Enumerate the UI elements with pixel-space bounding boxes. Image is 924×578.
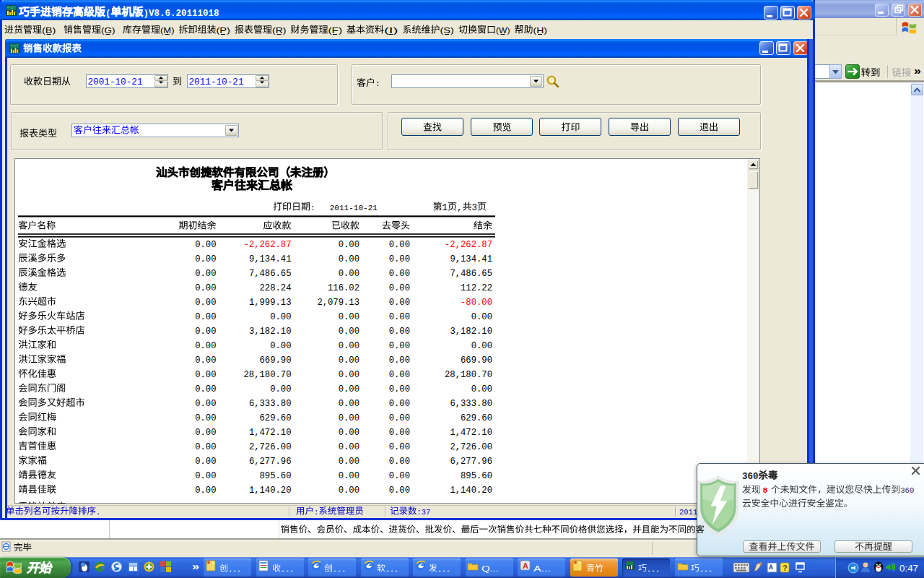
svg-text:0.00: 0.00 xyxy=(195,428,216,438)
svg-text:(M): (M) xyxy=(160,26,175,35)
svg-text:0.00: 0.00 xyxy=(195,486,216,496)
svg-text:0.00: 0.00 xyxy=(270,312,291,322)
svg-text:0.00: 0.00 xyxy=(339,384,359,394)
svg-text:0.00: 0.00 xyxy=(339,442,359,452)
svg-text::37: :37 xyxy=(417,508,431,517)
svg-text:»: » xyxy=(192,560,199,572)
svg-text:8: 8 xyxy=(763,486,768,496)
svg-text:1,140.20: 1,140.20 xyxy=(450,486,492,496)
svg-text:7,486.65: 7,486.65 xyxy=(249,269,292,279)
svg-text:(W): (W) xyxy=(496,26,510,35)
svg-text:0.00: 0.00 xyxy=(195,413,216,423)
svg-text:0.00: 0.00 xyxy=(195,254,216,264)
svg-text:116.02: 116.02 xyxy=(328,283,359,293)
svg-text:228.24: 228.24 xyxy=(260,283,292,293)
svg-text:0.00: 0.00 xyxy=(389,399,410,409)
svg-text:0.00: 0.00 xyxy=(339,327,359,337)
svg-text:0.00: 0.00 xyxy=(471,312,492,322)
svg-text:0.00: 0.00 xyxy=(339,240,359,250)
svg-text:6,277.96: 6,277.96 xyxy=(249,457,292,467)
svg-text:2011-10-21: 2011-10-21 xyxy=(189,77,244,87)
svg-text:(B): (B) xyxy=(42,26,56,35)
svg-text:0.00: 0.00 xyxy=(389,312,410,322)
svg-text:(R): (R) xyxy=(272,26,287,35)
svg-text:0.00: 0.00 xyxy=(389,384,410,394)
svg-text:(F): (F) xyxy=(328,26,343,35)
svg-text:,: , xyxy=(457,203,463,213)
svg-text:629.60: 629.60 xyxy=(260,413,292,423)
svg-text:895.60: 895.60 xyxy=(461,471,492,481)
svg-text:0.00: 0.00 xyxy=(339,413,359,423)
svg-text:0.00: 0.00 xyxy=(339,457,359,467)
svg-text:669.90: 669.90 xyxy=(461,355,492,366)
svg-text:1: 1 xyxy=(443,203,448,213)
svg-text:629.60: 629.60 xyxy=(461,413,492,423)
svg-text:0.00: 0.00 xyxy=(389,327,410,337)
svg-text:2011-10-21: 2011-10-21 xyxy=(330,204,378,212)
svg-text:Q...: Q... xyxy=(481,564,499,573)
svg-text:?: ? xyxy=(783,564,788,572)
svg-text:0.00: 0.00 xyxy=(339,370,359,380)
svg-text:-2,262.87: -2,262.87 xyxy=(445,240,492,250)
svg-text:A...: A... xyxy=(533,564,551,573)
svg-text:(P): (P) xyxy=(217,26,231,35)
svg-text:...: ... xyxy=(281,564,294,573)
svg-text:0.00: 0.00 xyxy=(195,370,216,380)
svg-text:.: . xyxy=(96,508,100,517)
svg-text::: : xyxy=(375,79,380,88)
svg-text:...: ... xyxy=(437,564,450,573)
svg-text:»: » xyxy=(914,64,921,77)
svg-text:0.00: 0.00 xyxy=(195,298,216,308)
svg-text:0.00: 0.00 xyxy=(339,341,359,351)
svg-text:2,726.00: 2,726.00 xyxy=(450,442,492,452)
svg-text:0.00: 0.00 xyxy=(389,341,410,351)
svg-text:9,134.41: 9,134.41 xyxy=(450,254,492,264)
svg-text:6,333.80: 6,333.80 xyxy=(249,399,292,409)
svg-text:...: ... xyxy=(385,564,398,573)
svg-text:2011: 2011 xyxy=(679,508,697,517)
svg-text:0.00: 0.00 xyxy=(389,254,410,264)
svg-text:112.22: 112.22 xyxy=(461,283,492,293)
svg-text:0.00: 0.00 xyxy=(195,341,216,351)
svg-text:0.00: 0.00 xyxy=(389,298,410,308)
svg-text:0.00: 0.00 xyxy=(389,428,410,438)
svg-text:0.00: 0.00 xyxy=(339,254,359,264)
svg-text:3,182.10: 3,182.10 xyxy=(450,327,492,337)
svg-text:0.00: 0.00 xyxy=(389,370,410,380)
svg-text:0.00: 0.00 xyxy=(389,471,410,481)
svg-text:...: ... xyxy=(647,564,660,573)
svg-text:3: 3 xyxy=(472,203,478,213)
svg-text:0.00: 0.00 xyxy=(339,471,359,481)
svg-text:0.00: 0.00 xyxy=(389,442,410,452)
svg-text:28,180.70: 28,180.70 xyxy=(244,370,292,380)
svg-text:0.00: 0.00 xyxy=(339,486,359,496)
svg-text:1,472.10: 1,472.10 xyxy=(450,428,492,438)
svg-text:2,079.13: 2,079.13 xyxy=(317,298,359,308)
svg-text:(: ( xyxy=(105,9,111,19)
svg-text:2001-10-21: 2001-10-21 xyxy=(88,77,143,87)
svg-text:0.00: 0.00 xyxy=(195,471,216,481)
svg-text:6,333.80: 6,333.80 xyxy=(450,399,492,409)
svg-text::: : xyxy=(314,508,318,517)
svg-text:0.00: 0.00 xyxy=(195,399,216,409)
svg-text:0.00: 0.00 xyxy=(471,341,492,351)
svg-text:0.00: 0.00 xyxy=(339,399,359,409)
svg-text:28,180.70: 28,180.70 xyxy=(445,370,492,380)
svg-text:(S): (S) xyxy=(440,26,455,35)
svg-text:0.00: 0.00 xyxy=(195,327,216,337)
svg-text:2,726.00: 2,726.00 xyxy=(249,442,292,452)
svg-text:0.00: 0.00 xyxy=(339,269,359,279)
svg-text:...: ... xyxy=(333,564,346,573)
svg-text:-2,262.87: -2,262.87 xyxy=(244,240,292,250)
svg-text:0.00: 0.00 xyxy=(389,457,410,467)
svg-text:360: 360 xyxy=(900,486,914,495)
svg-text:0.00: 0.00 xyxy=(389,240,410,250)
svg-text:0.00: 0.00 xyxy=(389,269,410,279)
svg-text:(H): (H) xyxy=(533,26,548,35)
svg-text:0.00: 0.00 xyxy=(339,312,359,322)
svg-text:9,134.41: 9,134.41 xyxy=(249,254,292,264)
svg-text:0.00: 0.00 xyxy=(471,384,492,394)
svg-text:895.60: 895.60 xyxy=(260,471,292,481)
svg-text:0.00: 0.00 xyxy=(195,269,216,279)
svg-text:360: 360 xyxy=(742,472,759,482)
